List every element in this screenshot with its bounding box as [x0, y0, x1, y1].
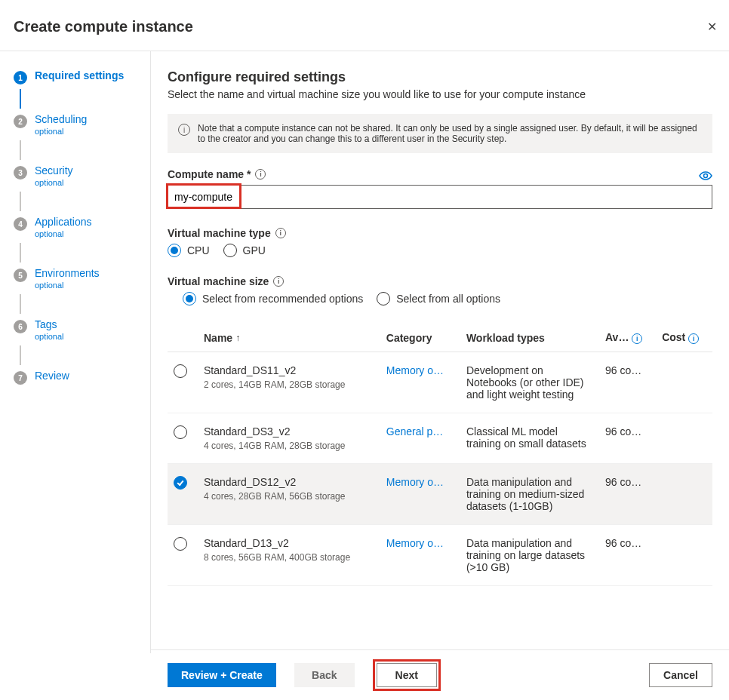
category-link[interactable]: Memory o… [386, 364, 444, 376]
dialog-header: Create compute instance ✕ [0, 0, 729, 51]
vm-type-cpu-radio[interactable]: CPU [168, 244, 210, 257]
workload-text: Development on Notebooks (or other IDE) … [460, 352, 599, 413]
info-icon[interactable]: i [275, 228, 286, 238]
vm-spec: 4 cores, 14GB RAM, 28GB storage [204, 441, 374, 451]
step-sublabel: optional [35, 127, 87, 136]
category-link[interactable]: Memory o… [386, 537, 444, 549]
step-label: Tags [35, 318, 64, 330]
vm-spec: 2 cores, 14GB RAM, 28GB storage [204, 379, 374, 390]
info-banner-text: Note that a compute instance can not be … [198, 123, 702, 144]
step-label: Environments [35, 267, 100, 279]
table-row[interactable]: Standard_DS11_v2 2 cores, 14GB RAM, 28GB… [168, 352, 712, 413]
step-badge-icon: 7 [14, 371, 27, 385]
back-button[interactable]: Back [294, 663, 355, 687]
radio-label: Select from all options [396, 293, 500, 305]
step-label: Scheduling [35, 113, 87, 125]
row-select-radio[interactable] [174, 537, 187, 551]
category-link[interactable]: General p… [386, 425, 443, 438]
dialog-body: 1 Required settings 2 Scheduling optiona… [0, 51, 729, 653]
step-badge-icon: 1 [14, 71, 27, 84]
info-banner: i Note that a compute instance can not b… [168, 114, 712, 153]
section-subtitle: Select the name and virtual machine size… [168, 88, 712, 100]
table-row[interactable]: Standard_DS3_v2 4 cores, 14GB RAM, 28GB … [168, 413, 712, 464]
step-connector [20, 192, 21, 211]
vm-size-recommended-radio[interactable]: Select from recommended options [183, 292, 363, 305]
step-environments[interactable]: 5 Environments optional [14, 267, 150, 290]
workload-text: Data manipulation and training on medium… [460, 464, 599, 525]
vm-spec: 4 cores, 28GB RAM, 56GB storage [204, 491, 374, 502]
vm-size-table: Name↑ Category Workload types Av… i Cost… [168, 324, 712, 586]
table-row[interactable]: Standard_D13_v2 8 cores, 56GB RAM, 400GB… [168, 525, 712, 586]
svg-point-0 [704, 174, 708, 178]
col-name[interactable]: Name↑ [198, 324, 380, 352]
radio-label: Select from recommended options [202, 293, 363, 305]
step-connector [20, 140, 21, 160]
step-badge-icon: 3 [14, 166, 27, 180]
info-icon[interactable]: i [688, 333, 699, 344]
vm-name: Standard_DS12_v2 [204, 476, 374, 488]
workload-text: Data manipulation and training on large … [460, 525, 599, 586]
step-sublabel: optional [35, 229, 92, 238]
table-row[interactable]: Standard_DS12_v2 4 cores, 28GB RAM, 56GB… [168, 464, 712, 525]
step-connector [20, 345, 21, 365]
col-category[interactable]: Category [380, 324, 460, 352]
vm-type-gpu-radio[interactable]: GPU [223, 244, 266, 257]
step-required-settings[interactable]: 1 Required settings [14, 69, 150, 84]
vm-size-label: Virtual machine size i [168, 275, 712, 287]
workload-text: Classical ML model training on small dat… [460, 413, 599, 464]
step-sublabel: optional [35, 281, 100, 290]
compute-name-label: Compute name * i [168, 168, 266, 180]
close-icon[interactable]: ✕ [707, 20, 717, 34]
step-badge-icon: 6 [14, 320, 27, 333]
available-text: 96 co… [605, 364, 641, 376]
col-available[interactable]: Av… i [599, 324, 656, 352]
step-sublabel: optional [35, 332, 64, 341]
vm-size-all-radio[interactable]: Select from all options [377, 292, 500, 305]
step-review[interactable]: 7 Review [14, 370, 150, 385]
col-workload[interactable]: Workload types [460, 324, 599, 352]
vm-name: Standard_DS3_v2 [204, 425, 374, 438]
step-label: Review [35, 370, 69, 382]
step-badge-icon: 2 [14, 115, 27, 128]
step-connector [20, 89, 21, 109]
step-connector [20, 294, 21, 314]
info-icon[interactable]: i [632, 333, 642, 344]
preview-eye-icon[interactable] [699, 170, 712, 183]
info-icon[interactable]: i [273, 276, 284, 287]
main-content: Configure required settings Select the n… [151, 51, 729, 653]
available-text: 96 co… [605, 537, 641, 549]
row-select-radio[interactable] [174, 425, 187, 439]
vm-name: Standard_DS11_v2 [204, 364, 374, 376]
next-button[interactable]: Next [377, 663, 437, 687]
radio-label: CPU [187, 244, 210, 256]
compute-name-input[interactable] [168, 185, 712, 209]
step-scheduling[interactable]: 2 Scheduling optional [14, 113, 150, 136]
vm-name: Standard_D13_v2 [204, 537, 374, 549]
step-label: Security [35, 164, 73, 177]
cancel-button[interactable]: Cancel [649, 663, 712, 687]
vm-type-label: Virtual machine type i [168, 227, 712, 239]
sort-asc-icon: ↑ [235, 333, 240, 343]
review-create-button[interactable]: Review + Create [168, 663, 276, 687]
step-applications[interactable]: 4 Applications optional [14, 216, 150, 238]
col-cost[interactable]: Cost i [656, 324, 712, 352]
step-security[interactable]: 3 Security optional [14, 164, 150, 187]
step-badge-icon: 4 [14, 217, 27, 231]
available-text: 96 co… [605, 425, 641, 438]
category-link[interactable]: Memory o… [386, 476, 444, 488]
step-tags[interactable]: 6 Tags optional [14, 318, 150, 341]
radio-label: GPU [243, 244, 266, 256]
dialog-title: Create compute instance [14, 18, 193, 35]
wizard-sidebar: 1 Required settings 2 Scheduling optiona… [0, 51, 151, 653]
available-text: 96 co… [605, 476, 641, 488]
info-icon[interactable]: i [255, 169, 266, 180]
info-icon: i [178, 124, 190, 136]
highlight-annotation: Next [373, 659, 441, 691]
row-select-radio[interactable] [174, 364, 187, 378]
step-label: Required settings [35, 69, 124, 81]
vm-spec: 8 cores, 56GB RAM, 400GB storage [204, 552, 374, 563]
step-label: Applications [35, 216, 92, 228]
row-select-radio[interactable] [174, 476, 187, 490]
section-heading: Configure required settings [168, 69, 712, 85]
step-connector [20, 243, 21, 262]
